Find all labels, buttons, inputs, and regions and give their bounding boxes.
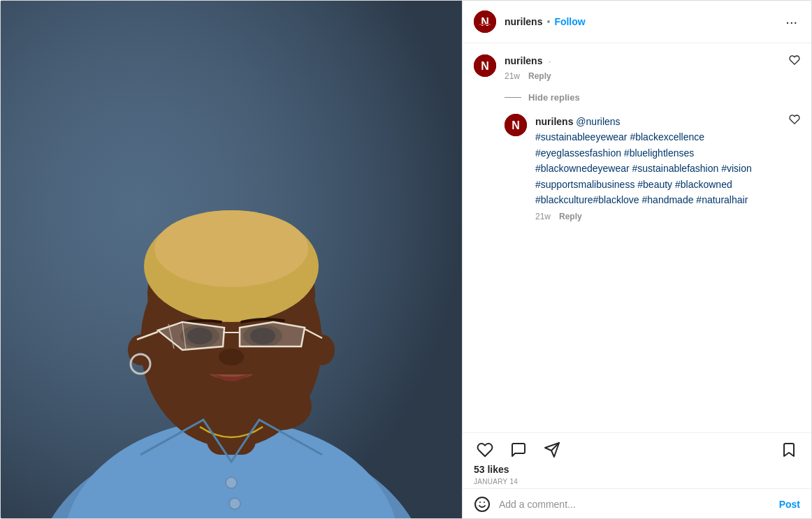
- nested-heart-button[interactable]: [789, 114, 800, 128]
- verified-badge: ·: [549, 57, 551, 66]
- svg-text:N: N: [481, 16, 489, 28]
- hide-replies-line: [505, 97, 521, 98]
- svg-point-24: [229, 498, 240, 509]
- nested-reply-button[interactable]: Reply: [559, 212, 582, 221]
- add-comment-bar: Post: [463, 488, 811, 519]
- portrait-image: [1, 1, 462, 519]
- svg-text:N: N: [512, 119, 520, 131]
- hide-replies-toggle[interactable]: Hide replies: [505, 92, 800, 103]
- hashtag-text: #sustainableeyewear #blackexcellence #ey…: [535, 131, 752, 205]
- post-date: January 14: [474, 478, 800, 485]
- nested-comment: N nurilens @nurilens #sustainableeyewear…: [505, 114, 800, 221]
- dot-separator: •: [546, 16, 550, 27]
- comment-button[interactable]: [507, 439, 530, 461]
- svg-point-16: [219, 349, 244, 365]
- more-icon: ···: [785, 14, 797, 29]
- like-button[interactable]: [474, 439, 496, 461]
- nested-body: nurilens @nurilens #sustainableeyewear #…: [535, 114, 789, 221]
- comment-time: 21w: [505, 71, 520, 81]
- post-container: N nurilens • Follow ··· N: [0, 0, 812, 519]
- post-header: N nurilens • Follow ···: [463, 1, 811, 43]
- svg-text:N: N: [481, 60, 489, 72]
- svg-point-23: [226, 477, 237, 488]
- comment-input[interactable]: [499, 499, 779, 510]
- post-comment-button[interactable]: Post: [779, 499, 800, 510]
- content-panel: N nurilens • Follow ··· N: [462, 1, 811, 519]
- comment-meta: 21w Reply: [505, 71, 789, 81]
- photo-panel: [1, 1, 462, 519]
- nested-avatar: N: [505, 114, 527, 136]
- comment-heart-button[interactable]: [789, 54, 800, 68]
- nested-logo: N: [505, 114, 527, 136]
- bookmark-button[interactable]: [778, 439, 800, 461]
- nested-comment-meta: 21w Reply: [535, 212, 789, 221]
- comments-area[interactable]: N nurilens · 21w Reply: [463, 43, 811, 432]
- comment-body: nurilens · 21w Reply: [505, 54, 789, 81]
- action-icons: [474, 439, 800, 461]
- emoji-button[interactable]: [474, 496, 491, 513]
- share-button[interactable]: [541, 439, 563, 461]
- comment-avatar: N: [474, 54, 496, 77]
- svg-point-35: [475, 497, 489, 511]
- follow-button[interactable]: Follow: [554, 16, 585, 27]
- actions-bar: 53 likes January 14: [463, 432, 811, 488]
- nested-username[interactable]: nurilens: [535, 116, 573, 127]
- comment-item: N nurilens · 21w Reply: [474, 54, 800, 81]
- header-avatar: N: [474, 10, 496, 33]
- header-username[interactable]: nurilens: [505, 16, 542, 27]
- comment-username[interactable]: nurilens: [505, 55, 542, 66]
- header-username-area: nurilens • Follow: [505, 16, 783, 27]
- nested-comment-text: nurilens @nurilens #sustainableeyewear #…: [535, 114, 789, 207]
- reply-button[interactable]: Reply: [528, 71, 551, 81]
- svg-point-10: [310, 335, 335, 365]
- comment-logo: N: [474, 54, 496, 77]
- nested-comment-time: 21w: [535, 212, 551, 221]
- hide-replies-text: Hide replies: [528, 92, 580, 103]
- likes-count: 53 likes: [474, 464, 800, 475]
- more-options-button[interactable]: ···: [783, 14, 800, 30]
- header-logo: N: [474, 10, 496, 33]
- svg-point-8: [154, 210, 308, 287]
